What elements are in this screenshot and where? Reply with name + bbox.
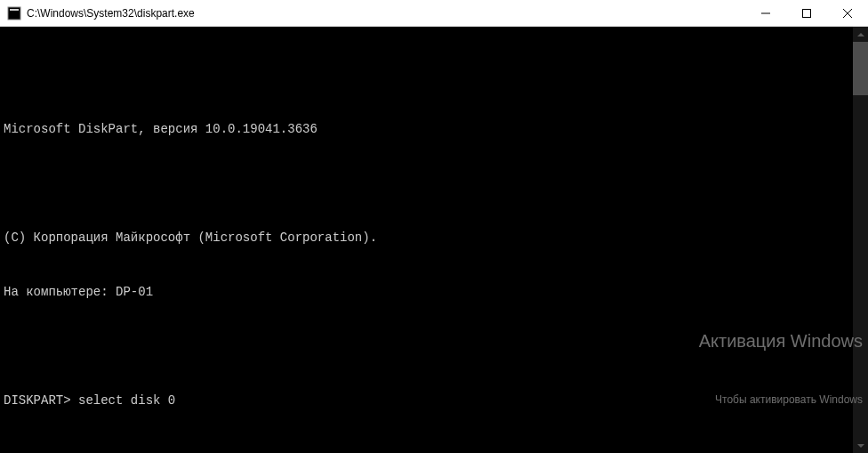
svg-marker-7 [857, 444, 864, 448]
svg-rect-3 [803, 10, 811, 18]
terminal-line [4, 174, 853, 192]
minimize-button[interactable] [745, 0, 786, 27]
maximize-button[interactable] [786, 0, 827, 27]
app-icon [7, 6, 21, 20]
scroll-up-button[interactable] [853, 27, 868, 42]
scroll-down-button[interactable] [853, 438, 868, 453]
terminal-line [4, 337, 853, 355]
terminal-line: Microsoft DiskPart, версия 10.0.19041.36… [4, 120, 853, 138]
terminal-line [4, 67, 853, 85]
terminal-line: На компьютере: DP-01 [4, 283, 853, 301]
scroll-track[interactable] [853, 42, 868, 438]
scroll-thumb[interactable] [853, 42, 868, 95]
svg-marker-6 [857, 33, 864, 36]
terminal[interactable]: Microsoft DiskPart, версия 10.0.19041.36… [0, 27, 868, 453]
terminal-line: (C) Корпорация Майкрософт (Microsoft Cor… [4, 229, 853, 247]
window-title: C:\Windows\System32\diskpart.exe [27, 7, 745, 20]
terminal-line [4, 446, 853, 453]
window-controls [745, 0, 868, 26]
terminal-line: DISKPART> select disk 0 [4, 392, 853, 409]
scrollbar[interactable] [853, 27, 868, 453]
close-button[interactable] [827, 0, 868, 27]
titlebar: C:\Windows\System32\diskpart.exe [0, 0, 868, 27]
svg-rect-1 [10, 9, 19, 11]
terminal-content: Microsoft DiskPart, версия 10.0.19041.36… [4, 30, 853, 453]
